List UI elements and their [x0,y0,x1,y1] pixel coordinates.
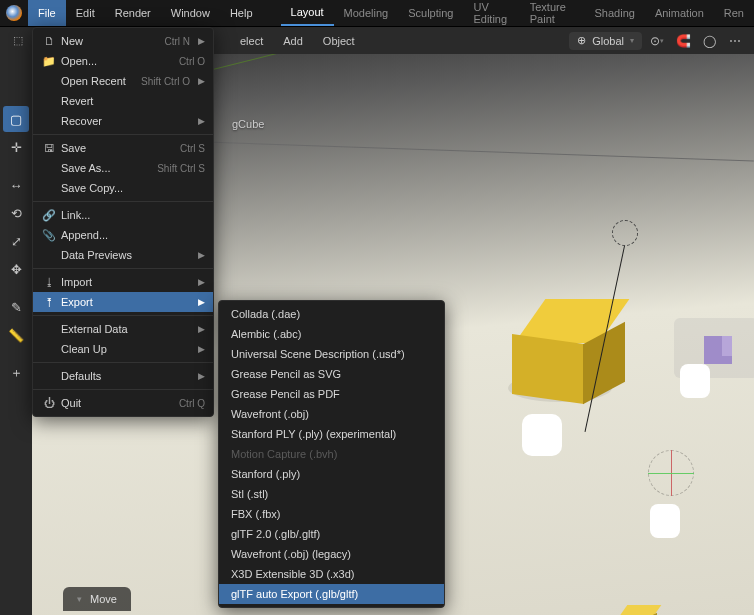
file-menu-import[interactable]: ⭳Import▶ [33,272,213,292]
file-menu-export[interactable]: ⭱Export▶ [33,292,213,312]
export-stanford-ply-ply-experimental[interactable]: Stanford PLY (.ply) (experimental) [219,424,444,444]
file-menu-external-data[interactable]: External Data▶ [33,319,213,339]
mesh-cube-purple[interactable] [704,336,732,364]
tool-measure[interactable]: 📏 [3,322,29,348]
top-menu-file[interactable]: File [28,0,66,26]
workspace-tab-animation[interactable]: Animation [645,0,714,26]
menu-shortcut: Shift Ctrl O [141,76,190,87]
file-menu-save[interactable]: 🖫SaveCtrl S [33,138,213,158]
file-menu-clean-up[interactable]: Clean Up▶ [33,339,213,359]
workspace-tab-uv-editing[interactable]: UV Editing [463,0,519,26]
export-wavefront-obj[interactable]: Wavefront (.obj) [219,404,444,424]
tool-select-box[interactable]: ▢ [3,106,29,132]
menu-object[interactable]: Object [315,35,363,47]
export-alembic-abc[interactable]: Alembic (.abc) [219,324,444,344]
tool-scale[interactable]: ⤢ [3,228,29,254]
file-menu-quit[interactable]: ⏻QuitCtrl Q [33,393,213,413]
menu-item-label: Export [61,296,190,308]
object-name-overlay: gCube [232,118,264,130]
file-menu-revert[interactable]: Revert [33,91,213,111]
workspace-tab-sculpting[interactable]: Sculpting [398,0,463,26]
export-wavefront-obj-legacy[interactable]: Wavefront (.obj) (legacy) [219,544,444,564]
menu-separator [33,201,213,202]
export-universal-scene-description-usd[interactable]: Universal Scene Description (.usd*) [219,344,444,364]
export-grease-pencil-as-pdf[interactable]: Grease Pencil as PDF [219,384,444,404]
menu-select[interactable]: elect [232,35,271,47]
options-button[interactable]: ⋯ [724,31,746,51]
file-menu-append[interactable]: 📎Append... [33,225,213,245]
tool-cursor[interactable]: ✛ [3,134,29,160]
export-grease-pencil-as-svg[interactable]: Grease Pencil as SVG [219,364,444,384]
top-menu-edit[interactable]: Edit [66,0,105,26]
empty-gizmo[interactable] [648,450,694,496]
mesh-pill-2[interactable] [680,364,710,398]
file-menu-open[interactable]: 📁Open...Ctrl O [33,51,213,71]
menu-shortcut: Ctrl O [179,56,205,67]
menu-item-label: Quit [61,397,167,409]
chevron-right-icon: ▶ [198,76,205,86]
chevron-down-icon: ▾ [77,594,82,604]
redo-panel-move[interactable]: ▾ Move [63,587,131,611]
menu-item-label: Stanford (.ply) [227,468,436,480]
export-x3d-extensible-3d-x3d[interactable]: X3D Extensible 3D (.x3d) [219,564,444,584]
snap-button[interactable]: 🧲 [672,31,694,51]
menu-item-label: New [61,35,152,47]
file-menu-new[interactable]: 🗋NewCtrl N▶ [33,31,213,51]
top-menu-render[interactable]: Render [105,0,161,26]
export-gltf-auto-export-glb-gltf[interactable]: glTF auto Export (.glb/gltf) [219,584,444,604]
tool-add[interactable]: ＋ [3,360,29,386]
tool-annotate[interactable]: ✎ [3,294,29,320]
file-menu-save-copy[interactable]: Save Copy... [33,178,213,198]
menu-add[interactable]: Add [275,35,311,47]
chevron-right-icon: ▶ [198,297,205,307]
export-stanford-ply[interactable]: Stanford (.ply) [219,464,444,484]
workspace-tab-texture-paint[interactable]: Texture Paint [520,0,585,26]
main-menu: FileEditRenderWindowHelp [28,0,263,26]
workspace-tab-layout[interactable]: Layout [281,0,334,26]
tool-rotate[interactable]: ⟲ [3,200,29,226]
export-fbx-fbx[interactable]: FBX (.fbx) [219,504,444,524]
light-gizmo[interactable] [612,220,638,246]
chevron-right-icon: ▶ [198,36,205,46]
file-menu-defaults[interactable]: Defaults▶ [33,366,213,386]
menu-item-label: Universal Scene Description (.usd*) [227,348,436,360]
chevron-right-icon: ▶ [198,250,205,260]
menu-item-label: Collada (.dae) [227,308,436,320]
chevron-right-icon: ▶ [198,277,205,287]
menu-item-label: Grease Pencil as PDF [227,388,436,400]
export-collada-dae[interactable]: Collada (.dae) [219,304,444,324]
top-menu-window[interactable]: Window [161,0,220,26]
save-icon: 🖫 [41,142,57,154]
file-menu-save-as[interactable]: Save As...Shift Ctrl S [33,158,213,178]
workspace-tab-shading[interactable]: Shading [585,0,645,26]
file-menu-data-previews[interactable]: Data Previews▶ [33,245,213,265]
menu-separator [33,134,213,135]
pivot-button[interactable]: ⊙▾ [646,31,668,51]
editor-type-icon[interactable]: ⬚ [8,31,28,51]
menu-item-label: Save As... [61,162,145,174]
proportional-edit-button[interactable]: ◯ [698,31,720,51]
workspace-tab-modeling[interactable]: Modeling [334,0,399,26]
transform-orientation[interactable]: ⊕ Global ▾ [569,32,642,50]
workspace-tab-ren[interactable]: Ren [714,0,754,26]
file-menu-recover[interactable]: Recover▶ [33,111,213,131]
export-gltf-2-0-glb-gltf[interactable]: glTF 2.0 (.glb/.gltf) [219,524,444,544]
menu-item-label: X3D Extensible 3D (.x3d) [227,568,436,580]
export-stl-stl[interactable]: Stl (.stl) [219,484,444,504]
mesh-pill-3[interactable] [650,504,680,538]
tool-transform[interactable]: ✥ [3,256,29,282]
mesh-pill-1[interactable] [522,414,562,456]
globe-icon: ⊕ [577,34,586,47]
workspace-tabs: LayoutModelingSculptingUV EditingTexture… [281,0,754,26]
orientation-label: Global [592,35,624,47]
top-menu-help[interactable]: Help [220,0,263,26]
chevron-right-icon: ▶ [198,344,205,354]
menu-item-label: glTF auto Export (.glb/gltf) [227,588,436,600]
menu-item-label: glTF 2.0 (.glb/.gltf) [227,528,436,540]
file-menu-link[interactable]: 🔗Link... [33,205,213,225]
menu-item-label: Link... [61,209,205,221]
menu-item-label: Motion Capture (.bvh) [227,448,436,460]
file-menu-open-recent[interactable]: Open RecentShift Ctrl O▶ [33,71,213,91]
tool-move[interactable]: ↔ [3,172,29,198]
menu-item-label: Defaults [61,370,190,382]
